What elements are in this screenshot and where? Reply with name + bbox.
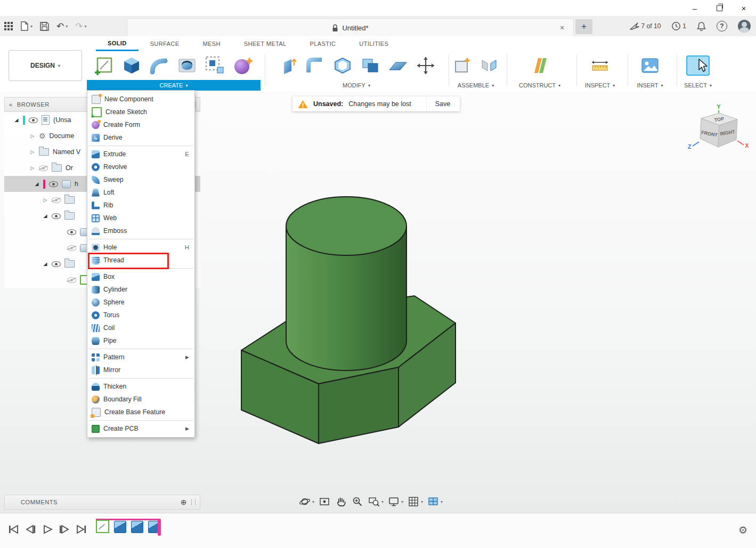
insert-menu-button[interactable]: INSERT ▾ xyxy=(628,80,672,91)
tab-mesh[interactable]: MESH xyxy=(191,36,232,51)
visibility-eye-icon[interactable] xyxy=(52,213,61,219)
timeline-sketch-feature[interactable] xyxy=(96,520,109,533)
modify-menu-button[interactable]: MODIFY ▾ xyxy=(269,80,444,91)
menu-item-create-base-feature[interactable]: Create Base Feature xyxy=(87,406,194,418)
collapse-arrow-icon[interactable]: ▷ xyxy=(43,197,48,203)
timeline-settings-gear-icon[interactable]: ⚙ xyxy=(738,525,747,535)
view-cube[interactable]: Y TOP FRONT RIGHT Z X xyxy=(685,102,751,162)
fit-button[interactable]: ▾ xyxy=(368,495,384,508)
expand-arrow-icon[interactable]: ◢ xyxy=(43,213,48,219)
undo-button[interactable]: ↶ ▾ xyxy=(56,22,68,31)
inspect-menu-button[interactable]: INSPECT ▾ xyxy=(576,80,623,91)
menu-item-create-form[interactable]: Create Form xyxy=(87,118,194,131)
menu-item-hole[interactable]: HoleH xyxy=(87,241,194,254)
viewports-button[interactable]: ▾ xyxy=(427,495,443,508)
visibility-eye-icon[interactable] xyxy=(67,229,76,235)
panel-grip-icon[interactable] xyxy=(191,499,196,505)
add-comment-icon[interactable]: ⊕ xyxy=(181,498,187,506)
menu-item-revolve[interactable]: Revolve xyxy=(87,160,194,173)
press-pull-icon[interactable] xyxy=(277,55,298,76)
menu-item-create-sketch[interactable]: Create Sketch xyxy=(87,106,194,118)
measure-icon[interactable] xyxy=(589,55,611,76)
menu-item-pipe[interactable]: Pipe xyxy=(87,334,194,347)
menu-item-thread[interactable]: Thread xyxy=(87,254,194,267)
insert-canvas-icon[interactable] xyxy=(639,55,661,76)
collapse-arrow-icon[interactable]: ▷ xyxy=(30,165,35,171)
fillet-icon[interactable] xyxy=(304,55,326,76)
menu-item-new-component[interactable]: New Component xyxy=(87,93,194,106)
document-tab[interactable]: Untitled* × xyxy=(127,18,574,37)
menu-item-torus[interactable]: Torus xyxy=(87,309,194,321)
expand-arrow-icon[interactable]: ◢ xyxy=(43,261,48,267)
visibility-eye-off-icon[interactable] xyxy=(67,277,76,283)
menu-item-cylinder[interactable]: Cylinder xyxy=(87,283,194,296)
window-close-button[interactable]: × xyxy=(731,0,756,16)
construct-menu-button[interactable]: CONSTRUCT ▾ xyxy=(507,80,572,91)
menu-item-thicken[interactable]: Thicken xyxy=(87,380,194,393)
menu-item-loft[interactable]: Loft xyxy=(87,186,194,199)
go-to-end-button[interactable] xyxy=(76,524,87,535)
visibility-eye-off-icon[interactable] xyxy=(52,197,61,203)
job-status-button[interactable]: 7 of 10 xyxy=(629,22,661,30)
menu-item-boundary-fill[interactable]: Boundary Fill xyxy=(87,393,194,406)
create-form-icon[interactable] xyxy=(232,55,254,76)
comments-header[interactable]: COMMENTS ⊕ xyxy=(4,495,200,510)
help-button[interactable]: ? xyxy=(717,21,727,31)
timeline-position-marker[interactable] xyxy=(158,519,161,536)
look-at-button[interactable] xyxy=(318,495,331,508)
app-launcher-button[interactable] xyxy=(4,22,13,30)
menu-item-derive[interactable]: ↳Derive xyxy=(87,131,194,144)
new-file-button[interactable]: ▾ xyxy=(20,21,32,31)
tab-sheet-metal[interactable]: SHEET METAL xyxy=(232,36,298,51)
menu-item-box[interactable]: Box xyxy=(87,270,194,283)
play-button[interactable] xyxy=(42,524,53,535)
close-tab-icon[interactable]: × xyxy=(557,23,567,33)
shell-icon[interactable] xyxy=(332,55,353,76)
menu-item-mirror[interactable]: Mirror xyxy=(87,364,194,376)
alerts-button[interactable] xyxy=(697,21,706,31)
menu-item-coil[interactable]: Coil xyxy=(87,321,194,334)
new-document-tab-button[interactable]: + xyxy=(575,19,592,34)
assemble-menu-button[interactable]: ASSEMBLE ▾ xyxy=(449,80,502,91)
grid-and-snaps-button[interactable]: ▾ xyxy=(407,495,423,508)
panel-collapse-icon[interactable]: « xyxy=(9,101,13,108)
pan-button[interactable] xyxy=(335,495,347,508)
new-component-icon[interactable] xyxy=(452,55,473,76)
redo-button[interactable]: ↷ ▾ xyxy=(75,22,86,31)
cylinder-top-face[interactable] xyxy=(286,197,407,255)
expand-arrow-icon[interactable]: ◢ xyxy=(14,117,19,123)
offset-face-icon[interactable] xyxy=(387,55,409,76)
visibility-eye-icon[interactable] xyxy=(29,117,38,123)
menu-item-extrude[interactable]: ExtrudeE xyxy=(87,148,194,160)
menu-item-emboss[interactable]: Emboss xyxy=(87,224,194,237)
hex-bolt-model[interactable] xyxy=(234,189,458,450)
menu-item-pattern[interactable]: Pattern▶ xyxy=(87,351,194,364)
save-button[interactable] xyxy=(40,22,49,31)
select-cursor-icon[interactable] xyxy=(685,54,711,77)
notifications-button[interactable]: 1 xyxy=(671,21,686,31)
select-menu-button[interactable]: SELECT ▾ xyxy=(677,80,719,91)
collapse-arrow-icon[interactable]: ▷ xyxy=(30,133,35,139)
display-settings-button[interactable]: ▾ xyxy=(387,495,403,508)
save-now-button[interactable]: Save xyxy=(426,98,459,110)
visibility-eye-off-icon[interactable] xyxy=(67,245,76,251)
pattern-icon[interactable] xyxy=(204,55,225,76)
timeline-extrude-feature[interactable] xyxy=(114,521,126,533)
visibility-eye-icon[interactable] xyxy=(49,181,58,187)
joint-icon[interactable] xyxy=(479,55,499,76)
create-menu-button[interactable]: CREATE ▾ xyxy=(87,80,261,91)
window-restore-button[interactable] xyxy=(707,0,731,16)
visibility-eye-off-icon[interactable] xyxy=(39,165,48,171)
orbit-button[interactable]: ▾ xyxy=(298,495,314,508)
menu-item-create-pcb[interactable]: Create PCB▶ xyxy=(87,422,194,435)
timeline-extrude-feature[interactable] xyxy=(131,521,143,533)
tab-surface[interactable]: SURFACE xyxy=(139,36,191,51)
step-forward-button[interactable] xyxy=(59,524,70,535)
create-sketch-icon[interactable] xyxy=(93,55,115,76)
construction-plane-icon[interactable] xyxy=(529,55,550,76)
step-back-button[interactable] xyxy=(25,524,36,535)
go-to-start-button[interactable] xyxy=(7,524,19,535)
move-copy-icon[interactable] xyxy=(415,55,436,76)
extrude-icon[interactable] xyxy=(121,55,142,76)
user-avatar[interactable] xyxy=(738,20,751,33)
